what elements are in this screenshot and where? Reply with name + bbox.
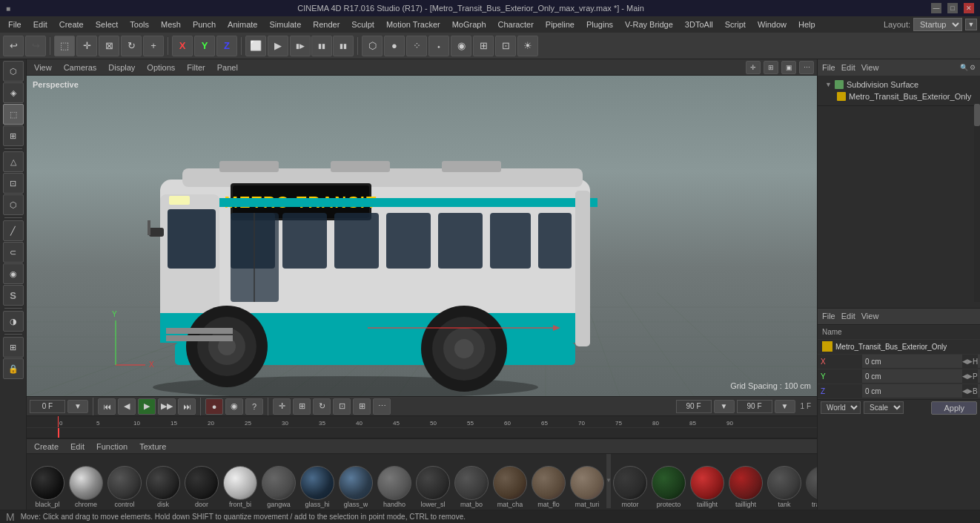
media-btn-3[interactable]: ▮▮: [333, 36, 354, 56]
move-keyframe-button[interactable]: ✛: [273, 398, 291, 415]
menu-mesh[interactable]: Mesh: [156, 19, 186, 30]
vp-cameras-btn[interactable]: Cameras: [59, 62, 102, 73]
mat-text-sco[interactable]: transpa: [804, 466, 817, 508]
media-btn-1[interactable]: ▮▶: [290, 36, 311, 56]
apply-button[interactable]: Apply: [931, 401, 977, 415]
objects-settings-icon[interactable]: ⚙: [970, 64, 976, 71]
objects-scrollbar-thumb[interactable]: [974, 104, 980, 126]
lp-btn-2[interactable]: ◈: [3, 82, 24, 103]
undo-button[interactable]: ↩: [3, 36, 24, 56]
vp-display-btn[interactable]: Display: [104, 62, 139, 73]
mat-mat-turi[interactable]: mat_turi: [568, 466, 606, 508]
layout-options-button[interactable]: ▼: [965, 19, 977, 30]
obj-bus-exterior[interactable]: Metro_Transit_Bus_Exterior_Only: [822, 91, 976, 102]
mat-front-bi[interactable]: front_bi: [221, 466, 259, 508]
object-dots-button[interactable]: ⁘: [406, 36, 427, 56]
timeline-extra-button[interactable]: ⋯: [373, 398, 391, 415]
mat-lower-sl[interactable]: lower_sl: [414, 466, 452, 508]
vp-options-btn[interactable]: Options: [142, 62, 179, 73]
attr-view-btn[interactable]: View: [861, 312, 879, 320]
menu-animate[interactable]: Animate: [222, 19, 262, 30]
menu-simulate[interactable]: Simulate: [264, 19, 306, 30]
object-camera-button[interactable]: ⊡: [495, 36, 516, 56]
record-options-button[interactable]: ◉: [225, 398, 243, 415]
lp-edge-btn[interactable]: ⬡: [3, 194, 24, 215]
menu-edit[interactable]: Edit: [28, 19, 53, 30]
play-button[interactable]: ▶: [138, 398, 156, 415]
mat-taillight[interactable]: taillight: [688, 466, 726, 508]
menu-mograph[interactable]: MoGraph: [447, 19, 491, 30]
record-info-button[interactable]: ?: [245, 398, 263, 415]
lp-point-btn[interactable]: ⊡: [3, 173, 24, 194]
vp-zoom-icon[interactable]: ⊞: [764, 61, 778, 74]
end-frame-down-2[interactable]: ▼: [775, 400, 795, 413]
timeline-ruler[interactable]: 0 5 10 15 20 25 30 35 40 45 50 55: [27, 416, 817, 428]
mat-handho[interactable]: handho: [375, 466, 414, 508]
world-select[interactable]: World Local: [821, 401, 861, 414]
media-btn-2[interactable]: ▮▮: [311, 36, 332, 56]
menu-select[interactable]: Select: [90, 19, 124, 30]
mat-mat-bo[interactable]: mat_bo: [452, 466, 491, 508]
lp-paint-btn[interactable]: ◉: [3, 263, 24, 284]
mat-motor[interactable]: motor: [611, 466, 649, 508]
lp-anim-btn[interactable]: ⊞: [3, 337, 24, 358]
objects-scrollbar[interactable]: [974, 104, 980, 302]
mat-black-pl[interactable]: black_pl: [28, 466, 67, 508]
mat-gangwa[interactable]: gangwa: [259, 466, 298, 508]
mat-tank[interactable]: tank: [765, 466, 804, 508]
object-grid-button[interactable]: ⊞: [473, 36, 494, 56]
objects-search-icon[interactable]: 🔍: [960, 64, 968, 71]
menu-help[interactable]: Help: [793, 19, 821, 30]
lp-s-btn[interactable]: S: [3, 285, 24, 306]
light-button[interactable]: ☀: [517, 36, 538, 56]
viewport-shading-button[interactable]: ⬜: [245, 36, 266, 56]
scale-select[interactable]: Scale: [864, 401, 904, 414]
mat-function-btn[interactable]: Function: [92, 441, 132, 452]
render-region-button[interactable]: ▶: [268, 36, 288, 56]
mat-mat-flo[interactable]: mat_flo: [529, 466, 568, 508]
motion-paths-button[interactable]: ↻: [313, 398, 331, 415]
redo-button[interactable]: ↪: [25, 36, 46, 56]
end-frame-input-1[interactable]: [676, 400, 712, 413]
vp-panel-btn[interactable]: Panel: [213, 62, 242, 73]
rewind-button[interactable]: ⏮: [98, 398, 116, 415]
mat-chrome[interactable]: chrome: [67, 466, 105, 508]
mat-control[interactable]: control: [105, 466, 144, 508]
mat-glass-hi[interactable]: glass_hi: [298, 466, 337, 508]
menu-sculpt[interactable]: Sculpt: [346, 19, 380, 30]
current-frame-input[interactable]: 0 F: [30, 400, 65, 413]
menu-pipeline[interactable]: Pipeline: [540, 19, 580, 30]
menu-window[interactable]: Window: [752, 19, 792, 30]
mat-create-btn[interactable]: Create: [30, 441, 63, 452]
object-cube-button[interactable]: ⬡: [362, 36, 383, 56]
menu-3dtoall[interactable]: 3DToAll: [680, 19, 718, 30]
object-diamond-button[interactable]: ⬩: [428, 36, 449, 56]
mat-disk[interactable]: disk: [144, 466, 182, 508]
lp-brush-btn[interactable]: ◑: [3, 311, 24, 332]
select-tool-button[interactable]: ⬚: [54, 36, 75, 56]
objects-panel-header[interactable]: File Edit View 🔍 ⚙: [818, 59, 980, 76]
close-button[interactable]: ✕: [964, 3, 974, 13]
step-back-button[interactable]: ◀: [118, 398, 136, 415]
auto-key-button[interactable]: ⊡: [333, 398, 351, 415]
maximize-button[interactable]: □: [947, 3, 958, 13]
rotate-tool-button[interactable]: ↻: [121, 36, 142, 56]
menu-tools[interactable]: Tools: [125, 19, 154, 30]
vp-render-icon[interactable]: ▣: [781, 61, 796, 74]
record-button[interactable]: ●: [205, 398, 223, 415]
object-circle-button[interactable]: ●: [384, 36, 405, 56]
menu-vray[interactable]: V-Ray Bridge: [620, 19, 678, 30]
end-frame-input-2[interactable]: [737, 400, 772, 413]
mat-mat-cha[interactable]: mat_cha: [491, 466, 529, 508]
menu-punch[interactable]: Punch: [188, 19, 221, 30]
mat-taillight2[interactable]: taillight: [726, 466, 765, 508]
z-axis-button[interactable]: Z: [216, 36, 237, 56]
lp-magnet-btn[interactable]: ⊂: [3, 242, 24, 263]
mat-glass-w[interactable]: glass_w: [337, 466, 375, 508]
menu-file[interactable]: File: [3, 19, 27, 30]
object-sphere-button[interactable]: ◉: [451, 36, 471, 56]
3d-viewport[interactable]: Perspective: [27, 76, 817, 396]
minimize-button[interactable]: —: [931, 3, 941, 13]
scale-tool-button[interactable]: ⊠: [99, 36, 119, 56]
lp-polygon-btn[interactable]: △: [3, 151, 24, 172]
